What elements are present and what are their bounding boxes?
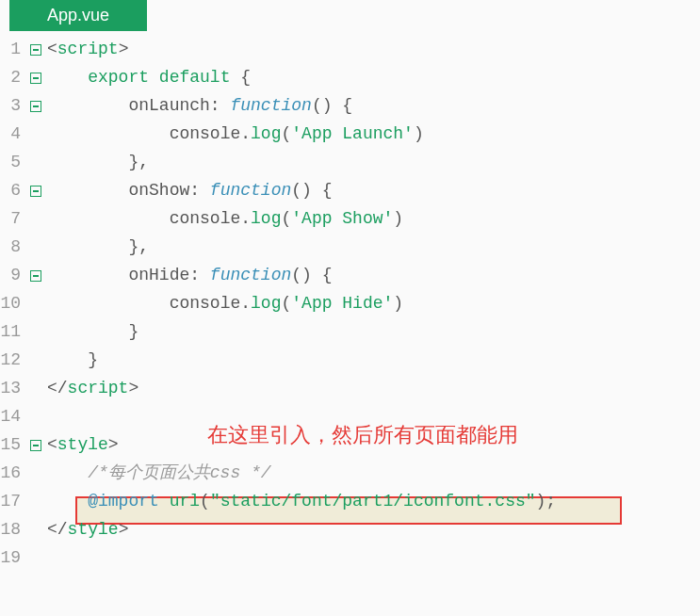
fold-cell [30,487,47,515]
annotation-text: 在这里引入，然后所有页面都能用 [207,421,518,449]
code-editor[interactable]: 12345678910111213141516171819 <script> e… [0,35,700,572]
line-number: 13 [0,374,23,402]
fold-cell[interactable] [30,63,47,91]
fold-cell [30,233,47,261]
line-number: 6 [0,176,23,204]
fold-toggle-icon[interactable] [30,101,41,112]
fold-cell[interactable] [30,261,47,289]
fold-gutter [26,35,47,572]
fold-cell [30,317,47,346]
file-tab-label: App.vue [47,6,109,24]
fold-cell [30,346,47,374]
line-number: 19 [0,543,23,572]
file-tab[interactable]: App.vue [9,0,147,31]
line-number: 14 [0,402,23,430]
line-number: 3 [0,91,23,120]
fold-cell[interactable] [30,430,47,459]
line-number: 15 [0,430,23,459]
line-number: 12 [0,346,23,374]
line-number: 7 [0,204,23,233]
line-number: 17 [0,487,23,515]
fold-cell[interactable] [30,35,47,63]
code-content[interactable]: <script> export default { onLaunch: func… [47,35,700,572]
line-number: 11 [0,317,23,346]
fold-toggle-icon[interactable] [30,44,41,56]
fold-cell [30,120,47,148]
line-number: 10 [0,289,23,317]
fold-cell [30,402,47,430]
fold-toggle-icon[interactable] [30,440,41,451]
line-number: 9 [0,261,23,289]
fold-cell [30,459,47,487]
fold-cell [30,204,47,233]
fold-toggle-icon[interactable] [30,73,41,84]
line-number: 5 [0,148,23,176]
fold-cell [30,289,47,317]
line-number: 16 [0,459,23,487]
line-number: 18 [0,515,23,543]
fold-toggle-icon[interactable] [30,186,41,197]
fold-cell [30,515,47,543]
fold-cell [30,148,47,176]
fold-cell[interactable] [30,176,47,204]
line-number: 4 [0,120,23,148]
line-number: 8 [0,233,23,261]
fold-cell [30,374,47,402]
line-number-gutter: 12345678910111213141516171819 [0,35,26,572]
fold-toggle-icon[interactable] [30,270,41,282]
fold-cell[interactable] [30,91,47,120]
line-number: 2 [0,63,23,91]
line-number: 1 [0,35,23,63]
fold-cell [30,543,47,572]
